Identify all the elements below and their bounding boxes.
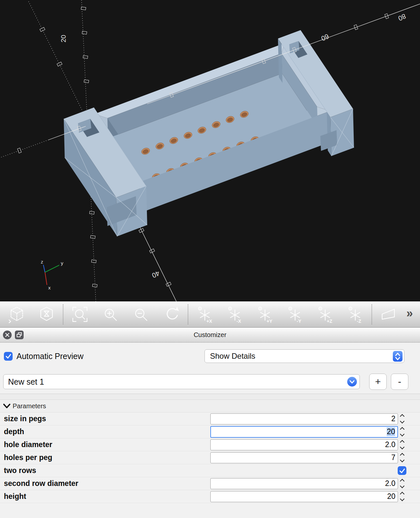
check-icon [399,467,406,474]
param-stepper[interactable] [398,415,406,423]
param-label: depth [4,427,210,436]
param-label: holes per peg [4,453,210,462]
preset-dropdown[interactable]: New set 1 [3,374,360,389]
reset-view-button[interactable] [156,303,186,326]
view-bottom-button[interactable]: -Z [340,303,370,326]
stepper-down-icon[interactable] [400,497,404,501]
stepper-up-icon[interactable] [400,440,404,445]
param-row: height 20 [0,490,420,503]
view-front-button[interactable]: -Y [280,303,310,326]
float-window-icon [16,332,22,338]
stepper-up-icon[interactable] [400,453,404,457]
param-label: second row diameter [4,479,210,488]
zoom-all-button[interactable] [65,303,95,326]
view-plus-x-icon: +X [196,306,214,323]
automatic-preview-checkbox[interactable] [4,352,13,361]
param-row: second row diameter 2.0 [0,477,420,490]
svg-text:-Y: -Y [297,319,302,323]
axis-y-label: y [61,260,63,266]
stepper-up-icon[interactable] [400,414,404,419]
view-left-button[interactable]: -X [220,303,250,326]
parameters-section-header[interactable]: Parameters [0,400,420,412]
perspective-icon [380,306,397,323]
customizer-options-row: Automatic Preview Show Details [0,343,420,370]
view-toolbar: +X -X +Y -Y +Z -Z [0,301,420,328]
param-stepper[interactable] [398,479,406,488]
param-input[interactable]: 2 [210,413,398,424]
customizer-title: Customizer [0,331,420,339]
close-customizer-button[interactable] [3,331,12,339]
reset-view-icon [162,306,180,323]
view-center-icon [38,306,55,323]
param-stepper[interactable] [398,492,406,501]
view-top-button[interactable]: +Z [310,303,340,326]
dropdown-stepper-icon [393,351,403,362]
param-input[interactable]: 2.0 [210,439,398,450]
stepper-up-icon[interactable] [400,479,404,483]
param-input-focused[interactable]: 20 [210,426,398,438]
toolbar-separator [63,304,63,324]
chevron-down-icon [347,377,357,387]
view-right-button[interactable]: +X [190,303,220,326]
details-dropdown[interactable]: Show Details [204,349,404,363]
undock-customizer-button[interactable] [15,331,24,339]
view-minus-z-icon: -Z [347,306,364,323]
3d-viewport[interactable]: 20 [0,0,420,301]
zoom-in-icon [102,306,119,323]
view-center-button[interactable] [32,303,61,326]
zoom-all-icon [71,306,89,323]
stepper-down-icon[interactable] [400,432,404,436]
add-preset-button[interactable]: + [369,374,387,390]
view-minus-x-icon: -X [226,306,244,323]
param-stepper[interactable] [398,441,406,449]
perspective-button[interactable] [373,303,403,326]
param-checkbox[interactable] [398,466,406,475]
preset-dropdown-value: New set 1 [8,377,44,387]
param-stepper[interactable] [398,428,406,436]
view-minus-y-icon: -Y [286,306,304,323]
close-icon [5,333,9,337]
svg-text:-Z: -Z [357,319,361,323]
axis-tick-label: 20 [60,35,67,42]
stepper-down-icon[interactable] [400,484,404,488]
preset-row: New set 1 + - [0,370,420,394]
svg-text:-X: -X [237,319,241,323]
axis-x-label: x [48,285,51,290]
view-back-button[interactable]: +Y [250,303,280,326]
check-icon [5,353,12,360]
automatic-preview-label: Automatic Preview [17,352,204,361]
details-dropdown-value: Show Details [210,352,255,361]
customizer-panel: Automatic Preview Show Details New set 1… [0,343,420,518]
chevron-down-icon [3,404,10,409]
stepper-down-icon[interactable] [400,419,404,423]
param-label: two rows [4,466,398,475]
axis-z-label: z [41,259,43,265]
stepper-down-icon[interactable] [400,445,404,449]
remove-preset-button[interactable]: - [391,374,408,390]
param-label: height [4,492,210,501]
param-input[interactable]: 20 [210,491,398,502]
param-input[interactable]: 2.0 [210,478,398,489]
zoom-in-button[interactable] [95,303,126,326]
parameters-section-title: Parameters [13,402,46,410]
param-input[interactable]: 7 [210,452,398,463]
view-all-button[interactable] [2,303,32,326]
param-row: two rows [0,464,420,477]
param-row: depth 20 [0,425,420,438]
stepper-down-icon[interactable] [400,458,404,462]
param-row: hole diameter 2.0 [0,438,420,451]
zoom-out-button[interactable] [126,303,156,326]
view-plus-y-icon: +Y [256,306,274,323]
param-stepper[interactable] [398,454,406,462]
overflow-chevrons-icon: » [406,307,413,320]
toolbar-separator [188,304,188,324]
svg-text:+Y: +Y [267,319,272,323]
toolbar-overflow-button[interactable]: » [406,308,418,321]
view-plus-z-icon: +Z [316,306,334,323]
zoom-out-icon [132,306,149,323]
stepper-up-icon[interactable] [400,427,404,432]
stepper-up-icon[interactable] [400,492,404,496]
svg-text:+X: +X [206,319,212,323]
view-all-icon [8,306,26,323]
param-label: hole diameter [4,440,210,449]
